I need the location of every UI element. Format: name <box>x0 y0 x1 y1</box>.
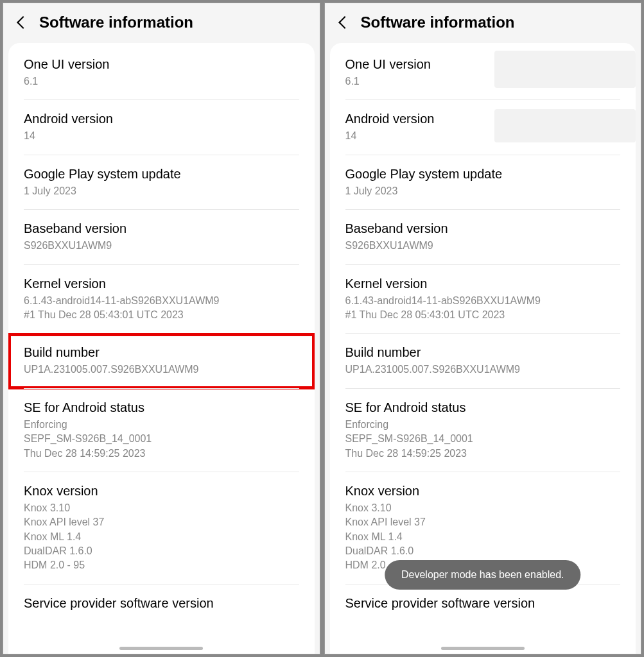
item-value: UP1A.231005.007.S926BXXU1AWM9 <box>345 363 621 377</box>
back-icon[interactable] <box>338 16 351 29</box>
redaction-block <box>494 109 636 142</box>
nav-bar-indicator[interactable] <box>119 647 203 650</box>
item-android-version[interactable]: Android version 14 <box>8 100 315 155</box>
item-build-number[interactable]: Build number UP1A.231005.007.S926BXXU1AW… <box>330 334 636 388</box>
item-label: Knox version <box>24 484 299 499</box>
item-one-ui-version[interactable]: One UI version 6.1 <box>330 46 636 100</box>
item-value: 6.1.43-android14-11-abS926BXXU1AWM9 #1 T… <box>24 294 299 323</box>
item-value: 1 July 2023 <box>345 184 621 198</box>
item-value: 14 <box>24 129 299 143</box>
item-label: Build number <box>345 345 621 360</box>
item-google-play-update[interactable]: Google Play system update 1 July 2023 <box>8 155 315 210</box>
item-value: S926BXXU1AWM9 <box>24 239 299 253</box>
item-value: Enforcing SEPF_SM-S926B_14_0001 Thu Dec … <box>24 418 299 461</box>
item-build-number[interactable]: Build number UP1A.231005.007.S926BXXU1AW… <box>8 334 315 388</box>
item-label: Baseband version <box>345 221 621 236</box>
item-label: Google Play system update <box>24 167 299 182</box>
item-value: 1 July 2023 <box>24 184 299 198</box>
back-icon[interactable] <box>17 16 30 29</box>
item-value: S926BXXU1AWM9 <box>345 239 621 253</box>
content-list: One UI version 6.1 Android version 14 Go… <box>8 43 315 654</box>
item-baseband-version[interactable]: Baseband version S926BXXU1AWM9 <box>8 210 315 264</box>
item-label: SE for Android status <box>24 400 299 415</box>
item-value: 6.1.43-android14-11-abS926BXXU1AWM9 #1 T… <box>345 294 621 323</box>
item-label: Baseband version <box>24 221 299 236</box>
header: Software information <box>325 3 641 43</box>
item-value: Enforcing SEPF_SM-S926B_14_0001 Thu Dec … <box>345 418 621 461</box>
item-value: 6.1 <box>24 74 299 89</box>
item-knox-version[interactable]: Knox version Knox 3.10 Knox API level 37… <box>8 472 315 584</box>
item-label: SE for Android status <box>345 400 621 415</box>
item-one-ui-version[interactable]: One UI version 6.1 <box>8 46 315 100</box>
screen-right: Software information One UI version 6.1 … <box>324 3 642 654</box>
item-se-android-status[interactable]: SE for Android status Enforcing SEPF_SM-… <box>8 389 315 472</box>
item-baseband-version[interactable]: Baseband version S926BXXU1AWM9 <box>330 210 636 264</box>
item-label: Google Play system update <box>345 167 621 182</box>
redaction-block <box>494 51 636 88</box>
item-value: Knox 3.10 Knox API level 37 Knox ML 1.4 … <box>24 501 299 573</box>
screen-left: Software information One UI version 6.1 … <box>3 3 320 654</box>
item-se-android-status[interactable]: SE for Android status Enforcing SEPF_SM-… <box>330 389 636 472</box>
page-title: Software information <box>361 13 515 31</box>
item-value: UP1A.231005.007.S926BXXU1AWM9 <box>24 363 299 377</box>
toast-message: Developer mode has been enabled. <box>385 560 581 590</box>
item-label: One UI version <box>24 57 299 72</box>
item-label: Kernel version <box>345 277 621 291</box>
item-kernel-version[interactable]: Kernel version 6.1.43-android14-11-abS92… <box>330 265 636 334</box>
item-label: Service provider software version <box>345 596 621 611</box>
item-android-version[interactable]: Android version 14 <box>330 100 636 155</box>
nav-bar-indicator[interactable] <box>441 647 525 650</box>
item-google-play-update[interactable]: Google Play system update 1 July 2023 <box>330 155 636 210</box>
item-label: Knox version <box>345 484 621 499</box>
item-label: Kernel version <box>24 277 299 291</box>
item-kernel-version[interactable]: Kernel version 6.1.43-android14-11-abS92… <box>8 265 315 334</box>
page-title: Software information <box>39 13 193 31</box>
item-label: Build number <box>24 345 299 360</box>
item-label: Android version <box>24 112 299 126</box>
header: Software information <box>3 3 320 43</box>
item-label: Service provider software version <box>24 596 299 611</box>
item-service-provider[interactable]: Service provider software version <box>8 584 315 611</box>
